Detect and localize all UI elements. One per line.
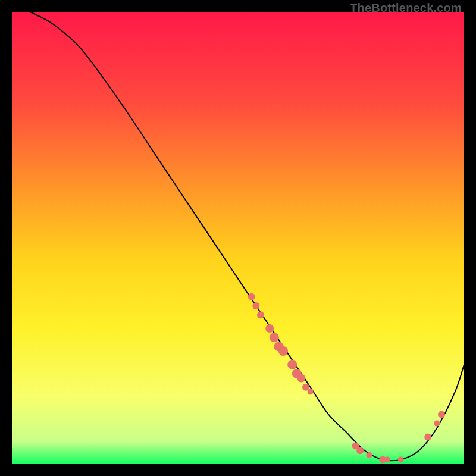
- data-point-marker: [287, 360, 297, 369]
- curve-overlay: [12, 12, 464, 464]
- data-point-marker: [398, 456, 404, 462]
- data-point-marker: [248, 293, 255, 300]
- chart-container: TheBottleneck.com: [0, 0, 476, 476]
- data-point-marker: [270, 333, 279, 342]
- data-point-marker: [257, 311, 264, 318]
- bottleneck-curve: [30, 12, 464, 461]
- data-point-marker: [278, 346, 288, 356]
- marker-group: [248, 293, 445, 464]
- data-point-marker: [434, 421, 440, 427]
- data-point-marker: [265, 324, 274, 333]
- plot-area: [12, 12, 464, 464]
- data-point-marker: [384, 456, 390, 462]
- data-point-marker: [438, 411, 445, 418]
- data-point-marker: [297, 374, 305, 383]
- data-point-marker: [424, 433, 431, 440]
- data-point-marker: [356, 447, 364, 454]
- data-point-marker: [366, 452, 372, 458]
- data-point-marker: [252, 302, 259, 309]
- data-point-marker: [308, 389, 314, 394]
